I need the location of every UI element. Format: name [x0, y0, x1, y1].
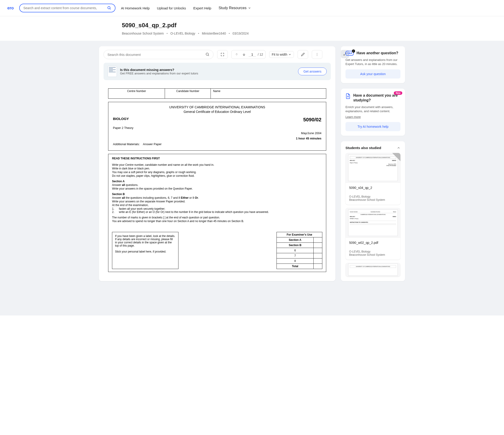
related-doc-school: Beaconhouse School System	[349, 253, 397, 257]
breadcrumb-user[interactable]: MinisterBee1640	[202, 32, 226, 35]
chevron-down-icon	[248, 6, 251, 10]
exam-certificate: General Certificate of Education Ordinar…	[113, 110, 321, 114]
instruction-text: or 8	[189, 196, 195, 199]
instructions-heading: READ THESE INSTRUCTIONS FIRST	[112, 157, 322, 160]
nav-expert[interactable]: Expert Help	[193, 6, 211, 10]
global-search-button[interactable]	[107, 6, 111, 10]
page-title: 5090_s04_qp_2.pdf	[122, 22, 382, 29]
banner-title: Is this document missing answers?	[120, 68, 198, 72]
separator-dot: •	[229, 32, 230, 35]
instruction-text: the questions including questions, 6, 7 …	[125, 196, 181, 199]
breadcrumb-date: 03/19/2024	[233, 32, 249, 35]
zoom-value: Fit to width	[272, 53, 287, 56]
breadcrumb-school[interactable]: Beaconhouse School System	[122, 32, 164, 35]
students-also-header[interactable]: Students also studied	[345, 146, 400, 150]
doc-thumbnail: Centre NumberCandidate NumberName CAMBRI…	[345, 208, 400, 238]
doc-search[interactable]	[104, 50, 214, 59]
doc-thumbnail: UNIVERSITY OF CAMBRIDGE INTERNATIONAL EX…	[345, 153, 400, 183]
expand-icon	[221, 53, 224, 56]
answers-banner: Is this document missing answers? Get FR…	[104, 63, 331, 80]
next-page-button[interactable]	[241, 52, 247, 57]
instruction-line: Write your answers in the spaces provide…	[112, 187, 322, 190]
students-also-heading: Students also studied	[345, 146, 381, 150]
exam-subject: BIOLOGY	[113, 117, 129, 121]
instruction-line: You may use a soft pencil for any diagra…	[112, 170, 322, 174]
ai-study-card: New Have a document you are studying? En…	[341, 89, 405, 136]
exam-paper: Paper 2 Theory	[113, 126, 321, 130]
nav-study-resources[interactable]: Study Resources	[218, 6, 251, 10]
exam-date: May/June 2004	[113, 131, 321, 135]
instruction-text: Answer	[112, 196, 122, 199]
more-button[interactable]	[314, 52, 320, 57]
doc-thumbnail: UNIVERSITY OF CAMBRIDGE INTERNATIONAL EX…	[345, 263, 400, 276]
related-doc-title: 5090_s04_qp_2	[349, 186, 397, 190]
main-nav: AI Homework Help Upload for Unlocks Expe…	[121, 6, 251, 10]
instruction-list-item: write an E (for Either) or an O (for Or)…	[119, 210, 269, 213]
page-total: / 12	[258, 53, 263, 56]
examiner-heading: For Examiner's Use	[277, 232, 322, 237]
examiner-row: 6	[277, 248, 314, 253]
instruction-bold: Or	[195, 196, 198, 199]
instruction-bold: all	[122, 183, 125, 186]
instruction-line: The number of marks is given in brackets…	[112, 216, 322, 219]
instruction-line: You are advised to spend no longer than …	[112, 220, 322, 223]
zoom-select[interactable]: Fit to width	[269, 51, 294, 58]
study-title: Have a document you are studying?	[353, 93, 400, 103]
svg-point-2	[317, 53, 317, 53]
exam-university: UNIVERSITY OF CAMBRIDGE INTERNATIONAL EX…	[113, 105, 321, 109]
breadcrumb: Beaconhouse School System • O-LEVEL Biol…	[122, 32, 382, 35]
related-doc-course: O-LEVEL Biology	[349, 195, 397, 198]
related-doc-title: 5090_w02_qp_2.pdf	[349, 241, 397, 245]
global-search-input[interactable]	[23, 6, 107, 10]
svg-point-3	[317, 54, 317, 55]
get-answers-button[interactable]: Get answers	[298, 68, 327, 75]
nav-upload[interactable]: Upload for Unlocks	[157, 6, 186, 10]
document-page: Centre Number Candidate Number Name UNIV…	[99, 84, 335, 281]
study-desc: Enrich your document with answers, expla…	[345, 105, 400, 113]
qa-title: Have another question?	[356, 51, 398, 56]
instruction-text: Answer	[112, 183, 122, 186]
svg-point-0	[108, 6, 110, 9]
instruction-line: Do not use staples, paper clips, highlig…	[112, 174, 322, 178]
search-icon	[107, 6, 111, 10]
global-search[interactable]	[19, 4, 116, 12]
document-viewer: / 12 Fit to width	[99, 46, 335, 281]
chevron-up-icon	[397, 146, 400, 150]
logo[interactable]: ero	[7, 6, 14, 10]
separator-dot: •	[198, 32, 199, 35]
highlight-button[interactable]	[300, 52, 306, 57]
related-doc-card[interactable]: UNIVERSITY OF CAMBRIDGE INTERNATIONAL EX…	[345, 263, 400, 276]
ask-question-button[interactable]: Ask your question	[345, 69, 400, 79]
name-cell: Name	[211, 89, 326, 99]
instruction-line: Write in dark blue or black pen.	[112, 167, 322, 170]
instruction-bold: all	[122, 196, 125, 199]
page-input[interactable]	[249, 53, 256, 57]
examiner-row: Section B	[277, 243, 314, 248]
exam-duration: 1 hour 45 minutes	[113, 137, 321, 140]
fullscreen-button[interactable]	[220, 52, 225, 57]
instructions-box: READ THESE INSTRUCTIONS FIRST Write your…	[108, 154, 326, 272]
banner-sub: Get FREE answers and explanations from o…	[120, 72, 198, 75]
qa-icon: Q&A ✓	[345, 51, 354, 56]
related-doc-card[interactable]: Centre NumberCandidate NumberName CAMBRI…	[345, 208, 400, 260]
new-badge: New	[394, 91, 402, 95]
pencil-icon	[301, 53, 305, 56]
label-text: If you have been given a label, look at …	[115, 234, 175, 247]
doc-search-input[interactable]	[108, 53, 206, 57]
related-doc-card[interactable]: UNIVERSITY OF CAMBRIDGE INTERNATIONAL EX…	[345, 153, 400, 205]
svg-point-1	[206, 53, 208, 55]
examiner-row: 7	[277, 253, 314, 258]
exam-title-box: UNIVERSITY OF CAMBRIDGE INTERNATIONAL EX…	[108, 102, 326, 151]
breadcrumb-course[interactable]: O-LEVEL Biology	[171, 32, 195, 35]
examiner-row: 8	[277, 258, 314, 264]
prev-page-button[interactable]	[234, 52, 239, 57]
examiner-row: Section A	[277, 237, 314, 243]
learn-more-link[interactable]: Learn more	[345, 115, 360, 119]
materials-label: Additional Materials:	[113, 142, 140, 146]
examiner-table: For Examiner's Use Section A Section B 6…	[277, 232, 322, 269]
label-box: If you have been given a label, look at …	[112, 232, 179, 269]
related-doc-school: Beaconhouse School System	[349, 198, 397, 202]
nav-ai-homework[interactable]: AI Homework Help	[121, 6, 150, 10]
try-ai-button[interactable]: Try AI homework help	[345, 122, 400, 131]
qa-card: Q&A ✓ Have another question? Get answers…	[341, 46, 405, 83]
